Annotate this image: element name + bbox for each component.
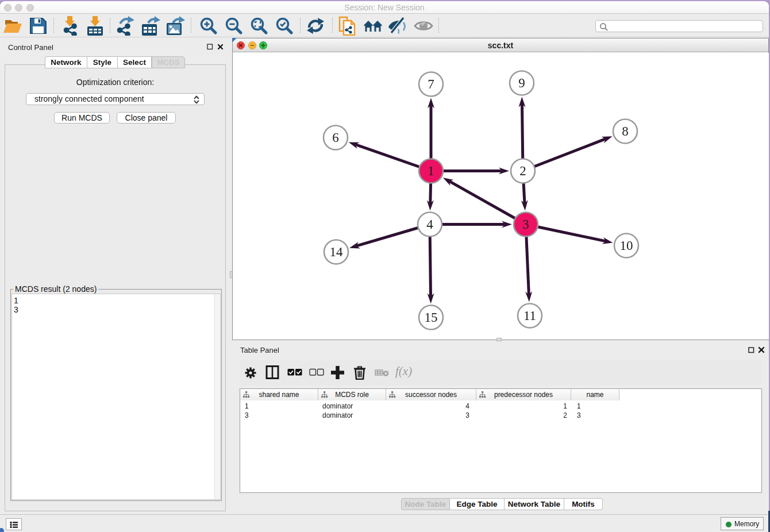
svg-text:2: 2 <box>519 164 526 178</box>
svg-text:6: 6 <box>332 130 339 145</box>
svg-text:8: 8 <box>622 124 629 138</box>
svg-text:4: 4 <box>426 217 433 232</box>
svg-text:1: 1 <box>428 164 434 178</box>
svg-text:10: 10 <box>620 238 633 253</box>
svg-text:15: 15 <box>425 310 438 325</box>
svg-text:3: 3 <box>522 217 529 232</box>
svg-text:9: 9 <box>518 76 525 90</box>
svg-text:14: 14 <box>330 245 344 259</box>
svg-text:7: 7 <box>428 77 434 91</box>
svg-text:11: 11 <box>523 309 536 323</box>
